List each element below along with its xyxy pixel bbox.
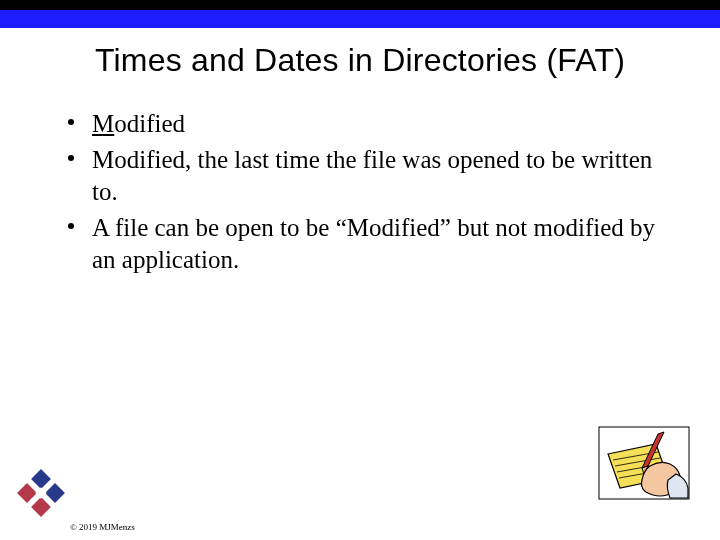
bullet-1-underlined: M [92,110,114,137]
bullet-item: Modified, the last time the file was ope… [62,144,662,208]
bullet-1-rest: odified [114,110,185,137]
bullet-dot-icon [68,119,74,125]
hand-writing-notepad-icon [598,426,690,500]
bullet-dot-icon [68,155,74,161]
copyright-footer: © 2019 MJMenzs [70,522,135,532]
four-diamond-logo-icon [20,472,62,514]
slide-body: Modified Modified, the last time the fil… [62,108,662,280]
slide-top-blue-bar [0,10,720,28]
bullet-2-text: Modified, the last time the file was ope… [92,146,652,205]
bullet-item: Modified [62,108,662,140]
slide-title: Times and Dates in Directories (FAT) [0,42,720,79]
bullet-dot-icon [68,223,74,229]
bullet-item: A file can be open to be “Modified” but … [62,212,662,276]
bullet-3-text: A file can be open to be “Modified” but … [92,214,655,273]
